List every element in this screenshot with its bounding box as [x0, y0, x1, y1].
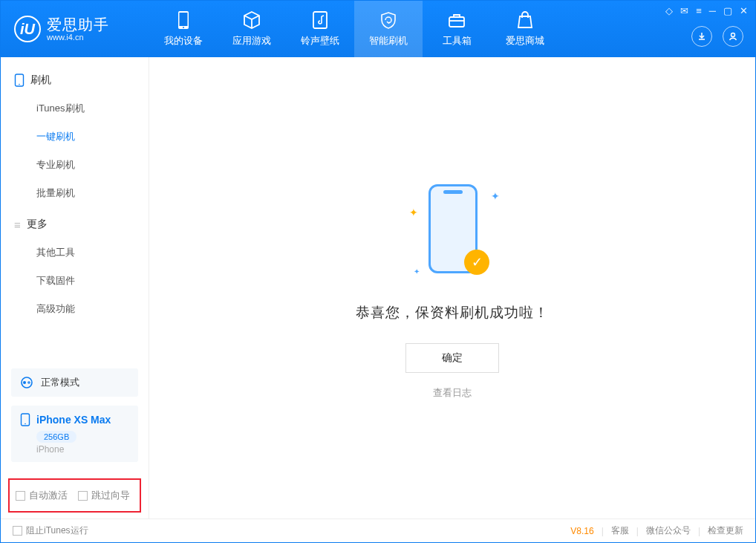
checkbox-label: 阻止iTunes运行	[26, 524, 88, 537]
svg-rect-1	[180, 13, 188, 26]
sidebar-head-more: ≡ 更多	[1, 212, 149, 238]
device-type: iPhone	[36, 444, 129, 455]
header: iU 爱思助手 www.i4.cn 我的设备 应用游戏 铃声壁纸 智能刷机	[1, 1, 755, 57]
logo-icon: iU	[14, 16, 41, 42]
tab-my-device[interactable]: 我的设备	[149, 1, 218, 57]
tab-store[interactable]: 爱思商城	[491, 1, 559, 57]
app-window: iU 爱思助手 www.i4.cn 我的设备 应用游戏 铃声壁纸 智能刷机	[0, 0, 756, 543]
device-mode-card[interactable]: 正常模式	[11, 368, 138, 397]
app-title: 爱思助手	[47, 16, 109, 33]
svg-point-12	[25, 423, 26, 425]
svg-point-9	[23, 381, 26, 384]
tab-ringtones[interactable]: 铃声壁纸	[286, 1, 354, 57]
tab-label: 我的设备	[164, 34, 203, 48]
refresh-shield-icon	[379, 10, 398, 30]
tab-label: 工具箱	[443, 34, 472, 48]
sidebar-item-pro-flash[interactable]: 专业刷机	[1, 151, 149, 179]
main-content: ✦ ✦ ✦ ✓ 恭喜您，保资料刷机成功啦！ 确定 查看日志	[149, 57, 755, 518]
sidebar-section-more: ≡ 更多 其他工具 下载固件 高级功能	[1, 212, 149, 328]
logo: iU 爱思助手 www.i4.cn	[1, 16, 149, 42]
highlighted-options: 自动激活 跳过向导	[8, 478, 141, 513]
app-subtitle: www.i4.cn	[47, 33, 109, 42]
phone-outline-icon	[14, 74, 25, 87]
footer: 阻止iTunes运行 V8.16 | 客服 | 微信公众号 | 检查更新	[1, 518, 755, 542]
sparkle-icon: ✦	[491, 190, 497, 196]
mode-label: 正常模式	[41, 376, 79, 389]
svg-point-7	[19, 84, 20, 85]
checkbox-block-itunes[interactable]: 阻止iTunes运行	[13, 524, 88, 537]
device-icon	[174, 10, 193, 30]
device-capacity: 256GB	[36, 431, 76, 443]
svg-rect-3	[313, 12, 327, 28]
svg-rect-4	[449, 17, 464, 27]
mode-icon	[20, 376, 33, 389]
device-phone-icon	[20, 413, 30, 426]
checkbox-icon	[78, 491, 88, 501]
support-link[interactable]: 客服	[611, 524, 629, 537]
body: 刷机 iTunes刷机 一键刷机 专业刷机 批量刷机 ≡ 更多 其他工具 下载固…	[1, 57, 755, 518]
bag-icon	[515, 10, 535, 30]
version-label: V8.16	[570, 526, 593, 536]
checkbox-label: 跳过向导	[91, 489, 130, 502]
cube-icon	[242, 10, 261, 30]
svg-point-2	[183, 27, 184, 28]
sidebar-section-flash: 刷机 iTunes刷机 一键刷机 专业刷机 批量刷机	[1, 68, 149, 212]
success-message: 恭喜您，保资料刷机成功啦！	[356, 303, 549, 322]
list-icon: ≡	[14, 218, 21, 231]
user-button[interactable]	[723, 26, 743, 47]
sparkle-icon: ✦	[409, 207, 415, 212]
ok-button[interactable]: 确定	[405, 343, 499, 373]
menu-icon[interactable]: ≡	[696, 5, 702, 16]
minimize-icon[interactable]: ─	[709, 5, 716, 16]
sidebar-head-flash: 刷机	[1, 68, 149, 94]
tab-label: 铃声壁纸	[301, 34, 339, 48]
tab-toolbox[interactable]: 工具箱	[423, 1, 491, 57]
checkbox-skip-guide[interactable]: 跳过向导	[78, 489, 130, 502]
download-button[interactable]	[691, 26, 712, 47]
view-log-link[interactable]: 查看日志	[433, 386, 472, 400]
sidebar: 刷机 iTunes刷机 一键刷机 专业刷机 批量刷机 ≡ 更多 其他工具 下载固…	[1, 57, 149, 518]
device-name: iPhone XS Max	[36, 414, 111, 426]
header-right-buttons	[691, 26, 743, 47]
window-controls-top: ◇ ✉ ≡ ─ ▢ ✕	[665, 5, 748, 16]
maximize-icon[interactable]: ▢	[723, 5, 732, 16]
sidebar-section-title: 更多	[27, 218, 48, 231]
tab-label: 智能刷机	[369, 34, 408, 48]
tab-apps[interactable]: 应用游戏	[218, 1, 286, 57]
toolbox-icon	[447, 10, 466, 30]
tab-label: 爱思商城	[506, 34, 544, 48]
wechat-link[interactable]: 微信公众号	[646, 524, 691, 537]
success-check-icon: ✓	[464, 250, 489, 275]
tab-flash[interactable]: 智能刷机	[354, 1, 423, 57]
skin-icon[interactable]: ◇	[665, 5, 673, 16]
checkbox-label: 自动激活	[29, 489, 68, 502]
close-icon[interactable]: ✕	[740, 5, 748, 16]
device-card[interactable]: iPhone XS Max 256GB iPhone	[11, 406, 138, 462]
svg-point-10	[28, 382, 30, 383]
sidebar-item-other-tools[interactable]: 其他工具	[1, 238, 149, 267]
feedback-icon[interactable]: ✉	[680, 5, 688, 16]
sidebar-item-batch-flash[interactable]: 批量刷机	[1, 179, 149, 207]
sidebar-item-itunes-flash[interactable]: iTunes刷机	[1, 94, 149, 123]
success-illustration: ✦ ✦ ✦ ✓	[408, 177, 497, 288]
nav-tabs: 我的设备 应用游戏 铃声壁纸 智能刷机 工具箱 爱思商城	[149, 1, 559, 57]
sidebar-item-oneclick-flash[interactable]: 一键刷机	[1, 123, 149, 151]
checkbox-icon	[16, 491, 25, 501]
tab-label: 应用游戏	[232, 34, 271, 48]
sidebar-item-firmware[interactable]: 下载固件	[1, 267, 149, 295]
sparkle-icon: ✦	[414, 267, 420, 273]
sidebar-section-title: 刷机	[30, 74, 51, 87]
sidebar-item-advanced[interactable]: 高级功能	[1, 295, 149, 323]
music-icon	[310, 10, 330, 30]
checkbox-auto-activate[interactable]: 自动激活	[16, 489, 68, 502]
checkbox-icon	[13, 526, 22, 536]
svg-point-5	[731, 33, 735, 37]
check-update-link[interactable]: 检查更新	[708, 524, 743, 537]
